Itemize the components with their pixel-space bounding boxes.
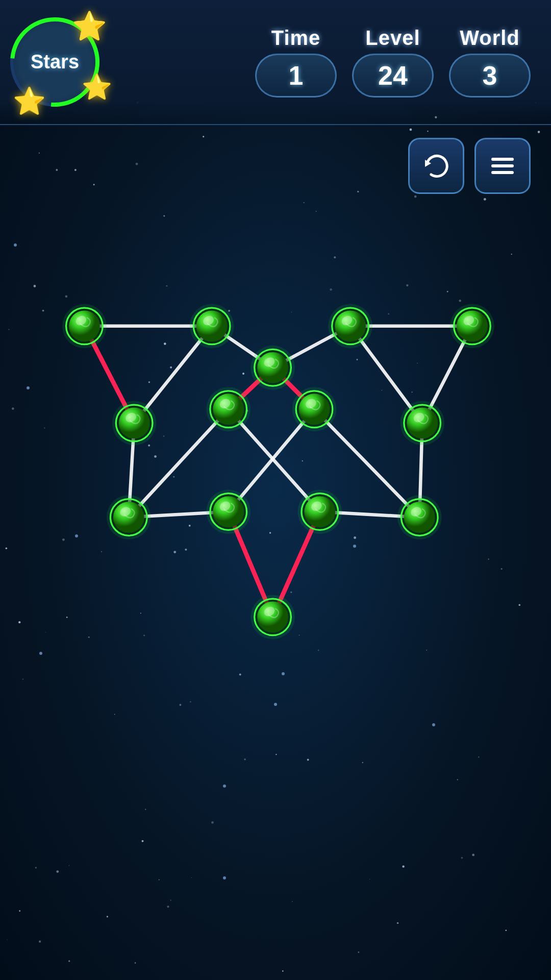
toolbar — [408, 138, 531, 194]
game-canvas[interactable] — [0, 204, 551, 980]
time-label: Time — [271, 27, 321, 50]
svg-rect-3 — [491, 171, 514, 174]
world-stat: World 3 — [449, 27, 531, 97]
star-icon-2: ⭐ — [82, 73, 112, 102]
star-icon-3: ⭐ — [13, 86, 46, 117]
time-value: 1 — [289, 61, 304, 90]
world-value: 3 — [483, 61, 497, 90]
svg-rect-2 — [491, 164, 514, 167]
header: Stars ⭐ ⭐ ⭐ Time 1 Level 24 World 3 — [0, 0, 551, 125]
star-icon-1: ⭐ — [72, 10, 107, 43]
world-label: World — [460, 27, 520, 50]
menu-icon — [487, 151, 518, 181]
level-value: 24 — [378, 61, 408, 90]
level-value-box: 24 — [352, 54, 434, 97]
level-stat: Level 24 — [352, 27, 434, 97]
time-value-box: 1 — [255, 54, 337, 97]
restart-button[interactable] — [408, 138, 464, 194]
stats-container: Time 1 Level 24 World 3 — [110, 27, 531, 97]
restart-icon — [421, 151, 452, 181]
stars-circle: Stars ⭐ ⭐ ⭐ — [10, 17, 99, 107]
time-stat: Time 1 — [255, 27, 337, 97]
game-area[interactable] — [0, 204, 551, 980]
svg-rect-1 — [491, 158, 514, 161]
level-label: Level — [365, 27, 420, 50]
stars-label: Stars — [31, 51, 79, 73]
world-value-box: 3 — [449, 54, 531, 97]
menu-button[interactable] — [474, 138, 531, 194]
